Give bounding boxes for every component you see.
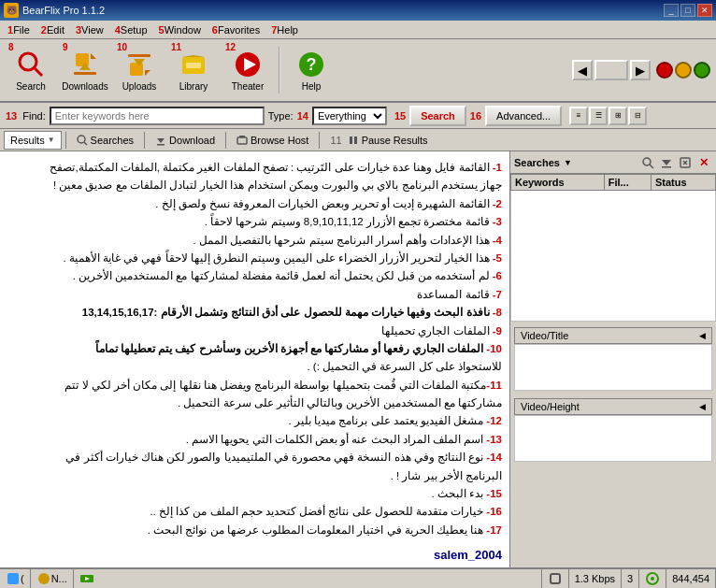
- close-button[interactable]: ✕: [697, 4, 712, 17]
- browse-nav-icon: [236, 135, 248, 146]
- video-height-label: Video/Height: [521, 401, 580, 412]
- toolbar-library-label: Library: [179, 81, 208, 92]
- menu-view[interactable]: 3View: [70, 22, 109, 37]
- toolbar-search[interactable]: 8 Search: [6, 43, 56, 97]
- line-3: 3- قائمة مختصرة تجمع الأزرار 8,9,10,11,1…: [7, 213, 502, 230]
- status-icon-3: [79, 571, 94, 586]
- pause-label: Pause Results: [362, 135, 428, 146]
- pause-icon: [348, 135, 359, 146]
- type-select[interactable]: Everything Audio Video Images Documents …: [312, 107, 387, 125]
- svg-line-1: [34, 67, 42, 76]
- menu-window[interactable]: 5Window: [153, 22, 207, 37]
- nav-results[interactable]: Results ▼: [4, 131, 62, 150]
- nav-browse[interactable]: Browse Host: [230, 131, 315, 150]
- line-14b: البرنامج الأخر بير شار ! .: [7, 467, 502, 484]
- searches-table: Keywords Fil... Status: [510, 174, 716, 322]
- menu-setup[interactable]: 4Setup: [109, 22, 153, 37]
- pause-count: 11: [330, 135, 341, 146]
- status-kbps: 1.3 Kbps: [569, 569, 622, 588]
- main-area: 1- القائمة فايل وهنا عدة خيارات على التَ…: [0, 151, 716, 584]
- menu-help[interactable]: 7Help: [265, 22, 304, 37]
- view-large-button[interactable]: ⊟: [628, 107, 647, 125]
- panel-icon-1[interactable]: [639, 154, 656, 171]
- status-section-1: (: [0, 569, 31, 588]
- toolbar-downloads-label: Downloads: [62, 81, 107, 92]
- col-status[interactable]: Status: [651, 175, 715, 191]
- status-indicator-2: [675, 62, 692, 79]
- nav-download[interactable]: Download: [149, 131, 222, 150]
- status-text-1: (: [21, 573, 24, 584]
- download-nav-icon: [155, 135, 166, 146]
- video-height-section-header[interactable]: Video/Height ◀: [514, 398, 712, 415]
- toolbar-separator: [279, 47, 280, 93]
- toolbar-uploads[interactable]: 10 Uploads: [114, 43, 165, 97]
- svg-rect-21: [237, 137, 247, 144]
- maximize-button[interactable]: □: [680, 4, 695, 17]
- status-section-3: [74, 569, 542, 588]
- view-details-button[interactable]: ☰: [589, 107, 608, 125]
- toolbar-theater[interactable]: 12 Theater: [222, 43, 273, 97]
- toolbar-search-label: Search: [16, 81, 46, 92]
- advanced-button[interactable]: Advanced...: [485, 106, 562, 126]
- menu-favorites[interactable]: 6Favorites: [207, 22, 265, 37]
- toolbar-theater-label: Theater: [232, 81, 264, 92]
- toolbar-help[interactable]: ? Help: [286, 43, 337, 97]
- status-indicator-3: [694, 62, 710, 79]
- status-icon-1: [6, 571, 21, 586]
- search-toolbar-icon: [16, 50, 46, 79]
- right-panel: Searches ▼ ✕ Keywords Fi: [510, 151, 716, 584]
- line-14: 14- نوع النتائج وفي هذه النسخة فهي محصور…: [7, 449, 502, 466]
- line-17: 17- هنا يعطيك الحرية في اختيار المعلومات…: [7, 522, 502, 538]
- toolbar-downloads[interactable]: 9 Downloads: [60, 43, 110, 97]
- line-10b: للاستحواذ على كل السرعة في التحميل :) .: [7, 358, 502, 375]
- results-label: Results: [10, 135, 45, 146]
- kbps-value: 1.3 Kbps: [575, 573, 615, 584]
- nav-separator-3: [225, 132, 226, 149]
- svg-rect-4: [74, 72, 96, 75]
- searches-icon: [77, 135, 88, 146]
- status-count: 3: [622, 569, 639, 588]
- col-files[interactable]: Fil...: [604, 175, 651, 191]
- panel-icon-3[interactable]: [677, 154, 694, 171]
- app-icon: 🐻: [4, 3, 19, 18]
- minimize-button[interactable]: _: [664, 4, 679, 17]
- search-bar: 13 Find: Type: 14 Everything Audio Video…: [0, 103, 716, 129]
- view-list-button[interactable]: ≡: [569, 107, 588, 125]
- menubar: 1File 2Edit 3View 4Setup 5Window 6Favori…: [0, 21, 716, 39]
- nav-searches[interactable]: Searches: [70, 131, 140, 150]
- nav-separator-1: [65, 132, 66, 149]
- menu-file[interactable]: 1File: [2, 22, 36, 37]
- author-line: salem_2004: [7, 546, 502, 566]
- search-num: 15: [394, 110, 406, 122]
- right-panel-header-left: Searches ▼: [514, 157, 572, 168]
- svg-rect-8: [128, 54, 150, 57]
- toolbar-help-label: Help: [302, 81, 322, 92]
- statusbar: ( N... 1.3 Kbps 3 844,454: [0, 567, 716, 588]
- nav-forward-button[interactable]: ▶: [630, 60, 651, 80]
- col-keywords[interactable]: Keywords: [511, 175, 605, 191]
- svg-marker-9: [145, 70, 150, 76]
- video-title-section: Video/Title ◀: [510, 325, 716, 393]
- line-5: 5- هذا الخيار لتحرير الأزرار الخضراء على…: [7, 250, 502, 266]
- line-16: 16- خيارات متقدمة للحصول على نتائج أفضل …: [7, 503, 502, 520]
- search-input[interactable]: [50, 107, 265, 125]
- svg-point-38: [651, 577, 654, 581]
- nav-back-button[interactable]: ◀: [572, 60, 593, 80]
- nav-bar: Results ▼ Searches Download Browse Host …: [0, 129, 716, 151]
- line-8: 8- نافذة البحث وفيها خيارات مهمة للحصول …: [7, 304, 502, 321]
- toolbar: 8 Search 9 Downloads 10: [0, 39, 716, 103]
- view-small-button[interactable]: ⊞: [609, 107, 627, 125]
- menu-edit[interactable]: 2Edit: [36, 22, 70, 37]
- theater-toolbar-icon: [233, 50, 263, 79]
- nav-pause[interactable]: 11 Pause Results: [323, 131, 434, 150]
- toolbar-library[interactable]: 11 Library: [168, 43, 219, 97]
- line-11b: مشاركتها مع المستخدمين الأخرين وبالتالي …: [7, 394, 502, 411]
- titlebar-controls[interactable]: _ □ ✕: [664, 4, 712, 17]
- panel-icon-2[interactable]: [658, 154, 675, 171]
- panel-close-button[interactable]: ✕: [695, 154, 712, 171]
- content-pane[interactable]: 1- القائمة فايل وهنا عدة خيارات على التَ…: [0, 151, 510, 584]
- video-title-section-header[interactable]: Video/Title ◀: [514, 327, 712, 344]
- search-button[interactable]: Search: [409, 106, 466, 126]
- nav-bar-button[interactable]: [594, 60, 628, 80]
- svg-rect-6: [130, 63, 143, 76]
